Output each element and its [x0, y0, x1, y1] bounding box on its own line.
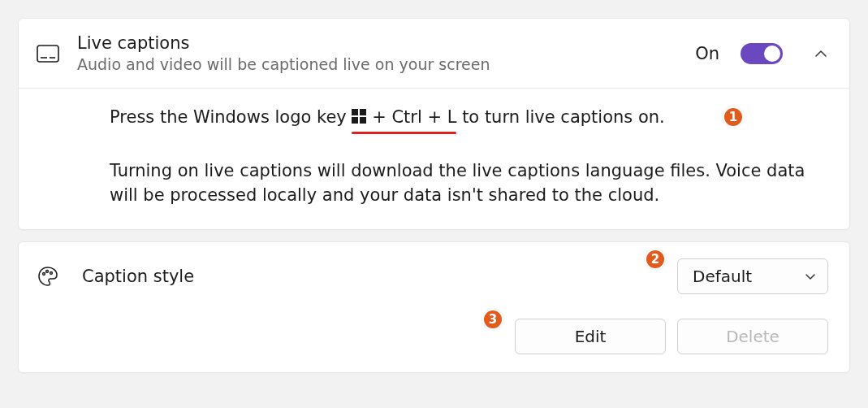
red-underline-annotation — [352, 132, 456, 134]
captions-icon — [37, 45, 59, 63]
annotation-badge-2: 2 — [645, 249, 666, 270]
svg-point-9 — [50, 271, 53, 274]
delete-button: Delete — [677, 319, 828, 354]
caption-style-label: Caption style — [82, 267, 659, 286]
caption-style-select[interactable]: Default — [677, 258, 828, 294]
chevron-down-icon — [805, 271, 816, 282]
palette-icon — [37, 265, 59, 288]
svg-rect-3 — [352, 109, 358, 115]
windows-logo-key-icon — [352, 106, 366, 130]
live-captions-header[interactable]: Live captions Audio and video will be ca… — [19, 19, 849, 89]
caption-style-card: Caption style Default Edit Delete 2 3 — [18, 241, 850, 373]
svg-point-8 — [46, 270, 49, 272]
live-captions-subtitle: Audio and video will be captioned live o… — [77, 55, 677, 73]
live-captions-card: Live captions Audio and video will be ca… — [18, 18, 850, 230]
svg-rect-0 — [37, 46, 58, 62]
live-captions-description: Turning on live captions will download t… — [110, 158, 828, 208]
annotation-badge-3: 3 — [482, 309, 503, 330]
shortcut-line-pre: Press the Windows logo key — [110, 107, 352, 127]
chevron-up-icon[interactable] — [814, 46, 828, 61]
svg-rect-5 — [352, 117, 358, 124]
shortcut-keys: + Ctrl + L — [366, 107, 456, 127]
edit-button[interactable]: Edit — [515, 319, 666, 354]
toggle-state-label: On — [695, 44, 719, 63]
annotation-badge-1: 1 — [723, 106, 744, 128]
live-captions-title: Live captions — [77, 33, 677, 54]
caption-style-selected: Default — [693, 267, 752, 286]
shortcut-line-post: to turn live captions on. — [456, 107, 664, 127]
live-captions-toggle[interactable] — [741, 43, 783, 64]
svg-point-7 — [43, 272, 45, 275]
